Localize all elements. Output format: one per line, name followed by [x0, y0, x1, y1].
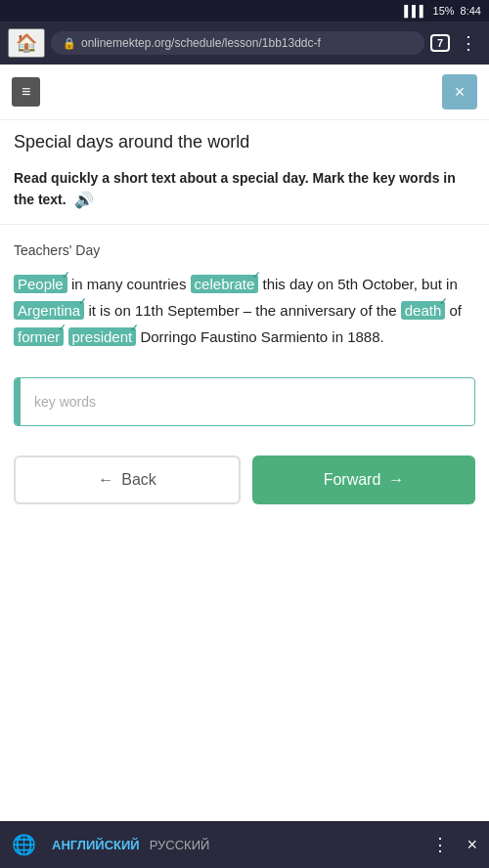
instructions-section: Read quickly a short text about a specia… — [0, 160, 489, 225]
forward-label: Forward — [324, 471, 381, 489]
nav-buttons: ← Back Forward → — [0, 436, 489, 524]
highlight-argentina[interactable]: Argentina — [14, 301, 84, 320]
english-lang-button[interactable]: АНГЛИЙСКИЙ — [52, 838, 140, 852]
back-button[interactable]: ← Back — [14, 456, 241, 504]
forward-arrow-icon: → — [388, 471, 404, 489]
bottom-close-icon[interactable]: × — [467, 835, 477, 855]
bottom-menu-icon[interactable]: ⋮ — [431, 834, 449, 855]
keywords-input-box[interactable]: key words — [14, 377, 475, 426]
highlight-death[interactable]: death — [401, 301, 446, 320]
home-button[interactable]: 🏠 — [8, 28, 45, 58]
hamburger-button[interactable]: ≡ — [12, 77, 40, 107]
lock-icon: 🔒 — [63, 37, 76, 50]
tab-count[interactable]: 7 — [430, 34, 450, 52]
keywords-placeholder: key words — [21, 382, 474, 421]
forward-button[interactable]: Forward → — [252, 456, 475, 504]
text-part2: this day on 5th October, but in — [258, 276, 457, 292]
highlight-celebrate[interactable]: celebrate — [191, 275, 259, 293]
back-label: Back — [121, 471, 156, 489]
status-bar: ▌▌▌ 15% 8:44 — [0, 0, 489, 22]
bottom-bar: 🌐 АНГЛИЙСКИЙ РУССКИЙ ⋮ × — [0, 821, 489, 868]
speaker-icon[interactable]: 🔊 — [74, 189, 94, 212]
signal-icon: ▌▌▌ — [404, 5, 426, 17]
browser-bar: 🏠 🔒 onlinemektep.org/schedule/lesson/1bb… — [0, 22, 489, 65]
text-part3: it is on 11th September – the anniversar… — [84, 302, 401, 319]
top-nav: ≡ × — [0, 65, 489, 120]
google-logo: 🌐 — [12, 833, 36, 856]
russian-lang-button[interactable]: РУССКИЙ — [150, 838, 210, 852]
close-button[interactable]: × — [442, 74, 477, 109]
article-body: People in many countries celebrate this … — [14, 271, 475, 350]
highlight-president[interactable]: president — [68, 327, 137, 346]
browser-menu-icon[interactable]: ⋮ — [456, 30, 481, 56]
highlight-former[interactable]: former — [14, 327, 64, 346]
highlight-people[interactable]: People — [14, 275, 67, 293]
article-section: Teachers' Day People in many countries c… — [0, 225, 489, 360]
main-content: ≡ × Special days around the world Read q… — [0, 65, 489, 827]
article-label: Teachers' Day — [14, 239, 475, 263]
text-part6: Dorringo Faustino Sarmiento in 1888. — [136, 328, 383, 345]
keywords-section: key words — [0, 368, 489, 436]
text-part4: of — [445, 302, 462, 319]
text-part1: in many countries — [67, 276, 191, 292]
url-bar[interactable]: 🔒 onlinemektep.org/schedule/lesson/1bb13… — [51, 31, 424, 55]
page-title: Special days around the world — [0, 120, 489, 160]
time-display: 8:44 — [461, 5, 481, 17]
url-text: onlinemektep.org/schedule/lesson/1bb13dd… — [81, 36, 321, 50]
back-arrow-icon: ← — [98, 471, 113, 489]
battery-status: 15% — [433, 5, 455, 17]
